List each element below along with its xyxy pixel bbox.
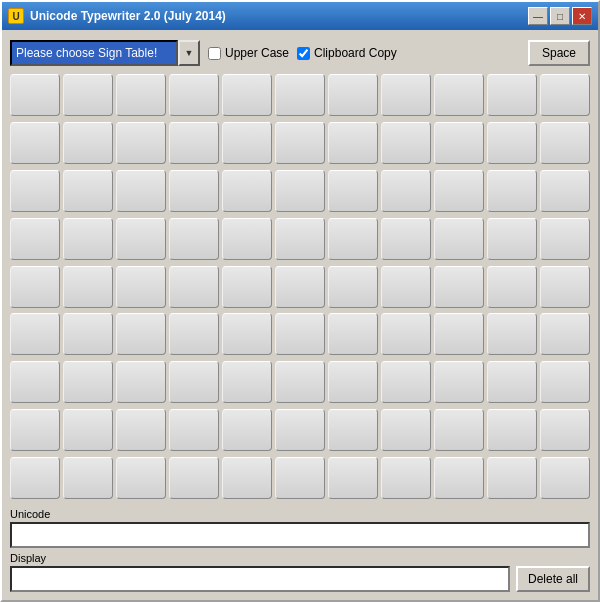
char-button[interactable] bbox=[63, 170, 113, 212]
char-button[interactable] bbox=[222, 313, 272, 355]
char-button[interactable] bbox=[169, 74, 219, 116]
char-button[interactable] bbox=[540, 409, 590, 451]
char-button[interactable] bbox=[222, 409, 272, 451]
char-button[interactable] bbox=[275, 361, 325, 403]
char-button[interactable] bbox=[63, 74, 113, 116]
delete-all-button[interactable]: Delete all bbox=[516, 566, 590, 592]
char-button[interactable] bbox=[540, 457, 590, 499]
char-button[interactable] bbox=[487, 74, 537, 116]
char-button[interactable] bbox=[63, 313, 113, 355]
close-button[interactable]: ✕ bbox=[572, 7, 592, 25]
char-button[interactable] bbox=[10, 74, 60, 116]
char-button[interactable] bbox=[434, 122, 484, 164]
char-button[interactable] bbox=[540, 74, 590, 116]
char-button[interactable] bbox=[381, 266, 431, 308]
char-button[interactable] bbox=[169, 122, 219, 164]
char-button[interactable] bbox=[381, 457, 431, 499]
char-button[interactable] bbox=[275, 170, 325, 212]
char-button[interactable] bbox=[10, 409, 60, 451]
char-button[interactable] bbox=[10, 122, 60, 164]
char-button[interactable] bbox=[222, 122, 272, 164]
char-button[interactable] bbox=[116, 457, 166, 499]
char-button[interactable] bbox=[222, 266, 272, 308]
char-button[interactable] bbox=[222, 170, 272, 212]
char-button[interactable] bbox=[487, 122, 537, 164]
char-button[interactable] bbox=[328, 313, 378, 355]
char-button[interactable] bbox=[328, 218, 378, 260]
char-button[interactable] bbox=[275, 74, 325, 116]
char-button[interactable] bbox=[275, 218, 325, 260]
unicode-input[interactable] bbox=[10, 522, 590, 548]
char-button[interactable] bbox=[328, 122, 378, 164]
char-button[interactable] bbox=[381, 313, 431, 355]
char-button[interactable] bbox=[63, 409, 113, 451]
char-button[interactable] bbox=[10, 218, 60, 260]
char-button[interactable] bbox=[222, 74, 272, 116]
char-button[interactable] bbox=[169, 361, 219, 403]
sign-table-dropdown-arrow[interactable]: ▼ bbox=[178, 40, 200, 66]
char-button[interactable] bbox=[169, 218, 219, 260]
char-button[interactable] bbox=[381, 409, 431, 451]
char-button[interactable] bbox=[63, 361, 113, 403]
space-button[interactable]: Space bbox=[528, 40, 590, 66]
char-button[interactable] bbox=[275, 122, 325, 164]
char-button[interactable] bbox=[434, 266, 484, 308]
char-button[interactable] bbox=[169, 266, 219, 308]
char-button[interactable] bbox=[116, 74, 166, 116]
char-button[interactable] bbox=[10, 457, 60, 499]
char-button[interactable] bbox=[540, 170, 590, 212]
char-button[interactable] bbox=[487, 409, 537, 451]
char-button[interactable] bbox=[10, 313, 60, 355]
char-button[interactable] bbox=[169, 170, 219, 212]
uppercase-checkbox[interactable] bbox=[208, 47, 221, 60]
char-button[interactable] bbox=[434, 218, 484, 260]
char-button[interactable] bbox=[328, 409, 378, 451]
char-button[interactable] bbox=[275, 457, 325, 499]
char-button[interactable] bbox=[540, 218, 590, 260]
char-button[interactable] bbox=[434, 313, 484, 355]
char-button[interactable] bbox=[222, 361, 272, 403]
char-button[interactable] bbox=[487, 266, 537, 308]
char-button[interactable] bbox=[381, 361, 431, 403]
char-button[interactable] bbox=[381, 122, 431, 164]
char-button[interactable] bbox=[275, 266, 325, 308]
char-button[interactable] bbox=[63, 218, 113, 260]
char-button[interactable] bbox=[116, 218, 166, 260]
char-button[interactable] bbox=[540, 266, 590, 308]
char-button[interactable] bbox=[116, 313, 166, 355]
char-button[interactable] bbox=[169, 409, 219, 451]
char-button[interactable] bbox=[328, 266, 378, 308]
char-button[interactable] bbox=[487, 313, 537, 355]
char-button[interactable] bbox=[381, 218, 431, 260]
char-button[interactable] bbox=[222, 457, 272, 499]
char-button[interactable] bbox=[10, 361, 60, 403]
char-button[interactable] bbox=[116, 170, 166, 212]
char-button[interactable] bbox=[487, 361, 537, 403]
char-button[interactable] bbox=[540, 122, 590, 164]
char-button[interactable] bbox=[222, 218, 272, 260]
char-button[interactable] bbox=[328, 361, 378, 403]
clipboard-copy-checkbox[interactable] bbox=[297, 47, 310, 60]
char-button[interactable] bbox=[434, 409, 484, 451]
char-button[interactable] bbox=[487, 170, 537, 212]
char-button[interactable] bbox=[275, 409, 325, 451]
char-button[interactable] bbox=[487, 218, 537, 260]
char-button[interactable] bbox=[275, 313, 325, 355]
char-button[interactable] bbox=[116, 361, 166, 403]
minimize-button[interactable]: — bbox=[528, 7, 548, 25]
char-button[interactable] bbox=[116, 409, 166, 451]
char-button[interactable] bbox=[63, 457, 113, 499]
char-button[interactable] bbox=[434, 361, 484, 403]
uppercase-label[interactable]: Upper Case bbox=[225, 46, 289, 60]
char-button[interactable] bbox=[328, 170, 378, 212]
char-button[interactable] bbox=[487, 457, 537, 499]
char-button[interactable] bbox=[10, 170, 60, 212]
char-button[interactable] bbox=[540, 361, 590, 403]
char-button[interactable] bbox=[381, 170, 431, 212]
char-button[interactable] bbox=[328, 457, 378, 499]
char-button[interactable] bbox=[434, 457, 484, 499]
display-input[interactable] bbox=[10, 566, 510, 592]
char-button[interactable] bbox=[540, 313, 590, 355]
char-button[interactable] bbox=[381, 74, 431, 116]
char-button[interactable] bbox=[116, 266, 166, 308]
